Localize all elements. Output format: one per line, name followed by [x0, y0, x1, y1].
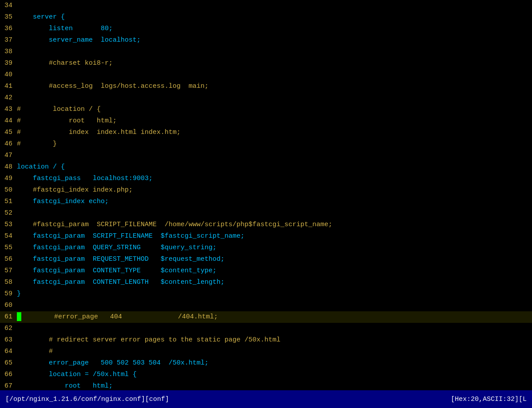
- line-content: location = /50x.html {: [17, 369, 137, 381]
- code-line: 65 error_page 500 502 503 504 /50x.html;: [0, 357, 532, 369]
- line-number: 45: [0, 127, 17, 138]
- line-content: #fastcgi_param SCRIPT_FILENAME /home/www…: [17, 219, 332, 231]
- line-content: server {: [17, 12, 65, 23]
- code-line: 61 #error_page 404 /404.html;: [0, 311, 532, 323]
- line-content: # root html;: [17, 115, 117, 127]
- code-line: 52: [0, 208, 532, 219]
- code-line: 62: [0, 323, 532, 334]
- line-content: #fastcgi_index index.php;: [17, 184, 133, 196]
- line-number: 48: [0, 161, 17, 173]
- line-content: #access_log logs/host.access.log main;: [17, 81, 209, 92]
- line-number: 39: [0, 58, 17, 69]
- code-line: 38: [0, 46, 532, 58]
- line-number: 52: [0, 208, 17, 219]
- code-line: 39 #charset koi8-r;: [0, 58, 532, 69]
- code-line: 51 fastcgi_index echo;: [0, 196, 532, 208]
- code-line: 45# index index.html index.htm;: [0, 127, 532, 138]
- line-number: 58: [0, 277, 17, 288]
- line-content: #charset koi8-r;: [17, 58, 113, 69]
- line-number: 61: [0, 311, 17, 323]
- line-content: location / {: [17, 161, 65, 173]
- line-content: }: [17, 288, 21, 300]
- line-number: 36: [0, 23, 17, 35]
- line-number: 35: [0, 12, 17, 23]
- code-line: 40: [0, 69, 532, 81]
- code-line: 41 #access_log logs/host.access.log main…: [0, 81, 532, 92]
- code-line: 54 fastcgi_param SCRIPT_FILENAME $fastcg…: [0, 231, 532, 242]
- comment-text: #error_page 404 /404.html;: [22, 313, 218, 321]
- line-number: 62: [0, 323, 17, 334]
- line-number: 50: [0, 184, 17, 196]
- line-content: server_name localhost;: [17, 35, 141, 46]
- code-line: 36 listen 80;: [0, 23, 532, 35]
- line-content: fastcgi_param SCRIPT_FILENAME $fastcgi_s…: [17, 231, 244, 242]
- line-content: #error_page 404 /404.html;: [17, 311, 218, 323]
- code-line: 37 server_name localhost;: [0, 35, 532, 46]
- code-line: 43# location / {: [0, 104, 532, 115]
- code-line: 56 fastcgi_param REQUEST_METHOD $request…: [0, 254, 532, 265]
- line-number: 41: [0, 81, 17, 92]
- status-position: [Hex:20,ASCII:32][L: [451, 396, 527, 403]
- line-content: # redirect server error pages to the sta…: [17, 334, 280, 346]
- line-number: 38: [0, 46, 17, 58]
- line-number: 43: [0, 104, 17, 115]
- line-number: 51: [0, 196, 17, 208]
- line-number: 40: [0, 69, 17, 81]
- line-number: 37: [0, 35, 17, 46]
- code-line: 46# }: [0, 138, 532, 150]
- line-number: 49: [0, 173, 17, 184]
- code-line: 48location / {: [0, 161, 532, 173]
- line-content: fastcgi_param CONTENT_LENGTH $content_le…: [17, 277, 225, 288]
- line-content: # }: [17, 138, 57, 150]
- line-content: fastcgi_pass localhost:9003;: [17, 173, 153, 184]
- line-number: 57: [0, 265, 17, 277]
- code-line: 49 fastcgi_pass localhost:9003;: [0, 173, 532, 184]
- line-content: listen 80;: [17, 23, 113, 35]
- line-content: fastcgi_param CONTENT_TYPE $content_type…: [17, 265, 217, 277]
- line-number: 65: [0, 357, 17, 369]
- line-number: 66: [0, 369, 17, 381]
- line-content: fastcgi_param QUERY_STRING $query_string…: [17, 242, 217, 254]
- line-number: 55: [0, 242, 17, 254]
- status-bar: [/opt/nginx_1.21.6/conf/nginx.conf][conf…: [0, 390, 532, 408]
- code-editor[interactable]: 3435 server {36 listen 80;37 server_name…: [0, 0, 532, 390]
- line-content: # location / {: [17, 104, 101, 115]
- cursor-block: [17, 312, 21, 321]
- line-number: 53: [0, 219, 17, 231]
- code-line: 34: [0, 0, 532, 12]
- code-line: 59}: [0, 288, 532, 300]
- line-content: fastcgi_param REQUEST_METHOD $request_me…: [17, 254, 225, 265]
- code-line: 35 server {: [0, 12, 532, 23]
- line-content: fastcgi_index echo;: [17, 196, 109, 208]
- line-content: root html;: [17, 381, 113, 390]
- line-number: 64: [0, 346, 17, 357]
- line-content: #: [17, 346, 53, 357]
- line-number: 46: [0, 138, 17, 150]
- line-number: 34: [0, 0, 17, 12]
- line-number: 47: [0, 150, 17, 161]
- line-content: error_page 500 502 503 504 /50x.html;: [17, 357, 209, 369]
- code-line: 47: [0, 150, 532, 161]
- code-line: 55 fastcgi_param QUERY_STRING $query_str…: [0, 242, 532, 254]
- line-number: 59: [0, 288, 17, 300]
- code-line: 58 fastcgi_param CONTENT_LENGTH $content…: [0, 277, 532, 288]
- code-line: 64 #: [0, 346, 532, 357]
- line-content: # index index.html index.htm;: [17, 127, 181, 138]
- code-line: 42: [0, 92, 532, 104]
- line-number: 44: [0, 115, 17, 127]
- line-number: 63: [0, 334, 17, 346]
- code-line: 66 location = /50x.html {: [0, 369, 532, 381]
- line-number: 54: [0, 231, 17, 242]
- line-number: 67: [0, 381, 17, 390]
- code-line: 50 #fastcgi_index index.php;: [0, 184, 532, 196]
- code-line: 44# root html;: [0, 115, 532, 127]
- code-line: 67 root html;: [0, 381, 532, 390]
- code-line: 57 fastcgi_param CONTENT_TYPE $content_t…: [0, 265, 532, 277]
- line-number: 42: [0, 92, 17, 104]
- code-line: 60: [0, 300, 532, 311]
- line-number: 56: [0, 254, 17, 265]
- code-line: 63 # redirect server error pages to the …: [0, 334, 532, 346]
- code-line: 53 #fastcgi_param SCRIPT_FILENAME /home/…: [0, 219, 532, 231]
- line-number: 60: [0, 300, 17, 311]
- status-file: [/opt/nginx_1.21.6/conf/nginx.conf][conf…: [5, 396, 169, 403]
